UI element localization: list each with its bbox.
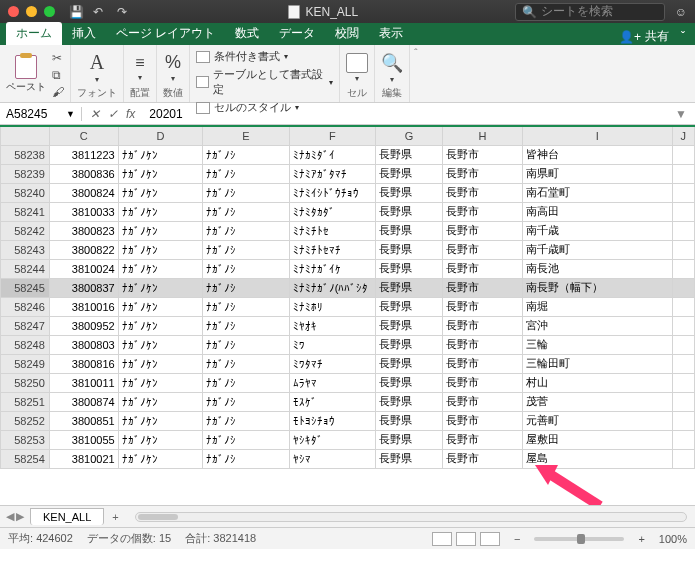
page-layout-button[interactable]	[456, 532, 476, 546]
cell[interactable]	[672, 278, 694, 297]
cell[interactable]: 3800803	[49, 335, 118, 354]
minimize-window-button[interactable]	[26, 6, 37, 17]
cell[interactable]: 長野県	[376, 202, 443, 221]
cell[interactable]: ﾅｶﾞﾉｼ	[203, 335, 290, 354]
cell[interactable]	[672, 259, 694, 278]
sheet-nav-next[interactable]: ▶	[16, 510, 24, 523]
table-row[interactable]: 582463810016ﾅｶﾞﾉｹﾝﾅｶﾞﾉｼﾐﾅﾐﾎﾘ長野県長野市南堀	[1, 297, 695, 316]
table-row[interactable]: 582453800837ﾅｶﾞﾉｹﾝﾅｶﾞﾉｼﾐﾅﾐﾅｶﾞﾉ(ﾊﾊﾞｼﾀ長野県長…	[1, 278, 695, 297]
cell[interactable]	[672, 335, 694, 354]
cell[interactable]: ﾐﾔｵｷ	[289, 316, 376, 335]
cell[interactable]	[672, 449, 694, 468]
cell[interactable]	[672, 392, 694, 411]
cell[interactable]: ﾐﾅﾐﾁﾄｾ	[289, 221, 376, 240]
table-row[interactable]: 582483800803ﾅｶﾞﾉｹﾝﾅｶﾞﾉｼﾐﾜ長野県長野市三輪	[1, 335, 695, 354]
cell[interactable]: 長野県	[376, 392, 443, 411]
table-row[interactable]: 582393800836ﾅｶﾞﾉｹﾝﾅｶﾞﾉｼﾐﾅﾐｱｶﾞﾀﾏﾁ長野県長野市南県…	[1, 164, 695, 183]
tab-データ[interactable]: データ	[269, 22, 325, 45]
cell[interactable]	[672, 202, 694, 221]
table-row[interactable]: 582513800874ﾅｶﾞﾉｹﾝﾅｶﾞﾉｼﾓｽｹﾞ長野県長野市茂菅	[1, 392, 695, 411]
cell[interactable]: ﾐﾜﾀﾏﾁ	[289, 354, 376, 373]
cell[interactable]: 長野市	[442, 164, 522, 183]
tab-挿入[interactable]: 挿入	[62, 22, 106, 45]
cell[interactable]: 長野県	[376, 259, 443, 278]
tab-ページ レイアウト[interactable]: ページ レイアウト	[106, 22, 225, 45]
table-row[interactable]: 582433800822ﾅｶﾞﾉｹﾝﾅｶﾞﾉｼﾐﾅﾐﾁﾄｾﾏﾁ長野県長野市南千歳…	[1, 240, 695, 259]
cell[interactable]: 長野県	[376, 430, 443, 449]
cell[interactable]: 長野県	[376, 316, 443, 335]
cell[interactable]: ﾅｶﾞﾉｹﾝ	[118, 335, 202, 354]
cell[interactable]: 元善町	[522, 411, 672, 430]
cell[interactable]: 長野県	[376, 240, 443, 259]
cell[interactable]: ﾅｶﾞﾉｼ	[203, 145, 290, 164]
cell[interactable]: ﾅｶﾞﾉｹﾝ	[118, 354, 202, 373]
cell[interactable]	[672, 221, 694, 240]
cell[interactable]	[672, 316, 694, 335]
cell[interactable]: ﾅｶﾞﾉｼ	[203, 449, 290, 468]
table-row[interactable]: 582543810021ﾅｶﾞﾉｹﾝﾅｶﾞﾉｼﾔｼﾏ長野県長野市屋島	[1, 449, 695, 468]
cell[interactable]: 3800824	[49, 183, 118, 202]
cell[interactable]: ﾅｶﾞﾉｼ	[203, 430, 290, 449]
cell[interactable]: ﾅｶﾞﾉｼ	[203, 392, 290, 411]
row-header[interactable]: 58248	[1, 335, 50, 354]
tab-数式[interactable]: 数式	[225, 22, 269, 45]
table-row[interactable]: 582493800816ﾅｶﾞﾉｹﾝﾅｶﾞﾉｼﾐﾜﾀﾏﾁ長野県長野市三輪田町	[1, 354, 695, 373]
table-row[interactable]: 582443810024ﾅｶﾞﾉｹﾝﾅｶﾞﾉｼﾐﾅﾐﾅｶﾞｲｹ長野県長野市南長池	[1, 259, 695, 278]
row-header[interactable]: 58247	[1, 316, 50, 335]
cell[interactable]: 長野市	[442, 183, 522, 202]
cell[interactable]: 長野市	[442, 221, 522, 240]
cell[interactable]: ﾐﾅﾐﾁﾄｾﾏﾁ	[289, 240, 376, 259]
tab-ホーム[interactable]: ホーム	[6, 22, 62, 45]
cell[interactable]: ﾅｶﾞﾉｼ	[203, 411, 290, 430]
align-button[interactable]: ≡▾	[135, 54, 144, 82]
cell[interactable]: ﾅｶﾞﾉｼ	[203, 297, 290, 316]
cell[interactable]: ﾅｶﾞﾉｹﾝ	[118, 449, 202, 468]
confirm-icon[interactable]: ✓	[108, 107, 118, 121]
cell[interactable]: ﾅｶﾞﾉｹﾝ	[118, 145, 202, 164]
cell[interactable]: 南長野（幅下）	[522, 278, 672, 297]
chevron-down-icon[interactable]: ˇ	[681, 30, 685, 44]
cell[interactable]: ﾅｶﾞﾉｹﾝ	[118, 183, 202, 202]
copy-icon[interactable]: ⧉	[52, 68, 64, 82]
cell[interactable]: 長野市	[442, 145, 522, 164]
cell[interactable]: ﾓｽｹﾞ	[289, 392, 376, 411]
zoom-in-button[interactable]: +	[638, 533, 644, 545]
cut-icon[interactable]: ✂	[52, 51, 64, 65]
cell[interactable]: 3810021	[49, 449, 118, 468]
cell[interactable]: ﾅｶﾞﾉｼ	[203, 221, 290, 240]
cell[interactable]	[672, 145, 694, 164]
cell[interactable]: 3810016	[49, 297, 118, 316]
cell[interactable]: ﾔｼﾏ	[289, 449, 376, 468]
cell[interactable]: 3811223	[49, 145, 118, 164]
cell[interactable]: 茂菅	[522, 392, 672, 411]
select-all[interactable]	[1, 126, 50, 145]
cell[interactable]: 長野県	[376, 335, 443, 354]
cell[interactable]: ﾅｶﾞﾉｹﾝ	[118, 240, 202, 259]
row-header[interactable]: 58249	[1, 354, 50, 373]
cell[interactable]	[672, 240, 694, 259]
column-header-J[interactable]: J	[672, 126, 694, 145]
cell[interactable]: ﾅｶﾞﾉｼ	[203, 373, 290, 392]
cell[interactable]: ﾅｶﾞﾉｼ	[203, 354, 290, 373]
cell[interactable]: 長野市	[442, 411, 522, 430]
row-header[interactable]: 58250	[1, 373, 50, 392]
cell[interactable]: 三輪田町	[522, 354, 672, 373]
conditional-formatting[interactable]: 条件付き書式▾	[196, 49, 333, 64]
cell[interactable]: ﾅｶﾞﾉｹﾝ	[118, 430, 202, 449]
cell[interactable]: 3800851	[49, 411, 118, 430]
redo-icon[interactable]: ↷	[117, 5, 131, 19]
cell[interactable]: ﾅｶﾞﾉｼ	[203, 278, 290, 297]
cell[interactable]: 長野県	[376, 449, 443, 468]
cell[interactable]: 3810033	[49, 202, 118, 221]
cell[interactable]: 長野市	[442, 202, 522, 221]
cell[interactable]: 長野市	[442, 373, 522, 392]
cell[interactable]: 長野県	[376, 373, 443, 392]
cell[interactable]: ﾐﾅﾐﾅｶﾞｲｹ	[289, 259, 376, 278]
cell[interactable]	[672, 430, 694, 449]
cell[interactable]	[672, 297, 694, 316]
column-header-H[interactable]: H	[442, 126, 522, 145]
cell[interactable]: 屋島	[522, 449, 672, 468]
cell[interactable]: ﾅｶﾞﾉｹﾝ	[118, 373, 202, 392]
row-header[interactable]: 58245	[1, 278, 50, 297]
save-icon[interactable]: 💾	[69, 5, 83, 19]
